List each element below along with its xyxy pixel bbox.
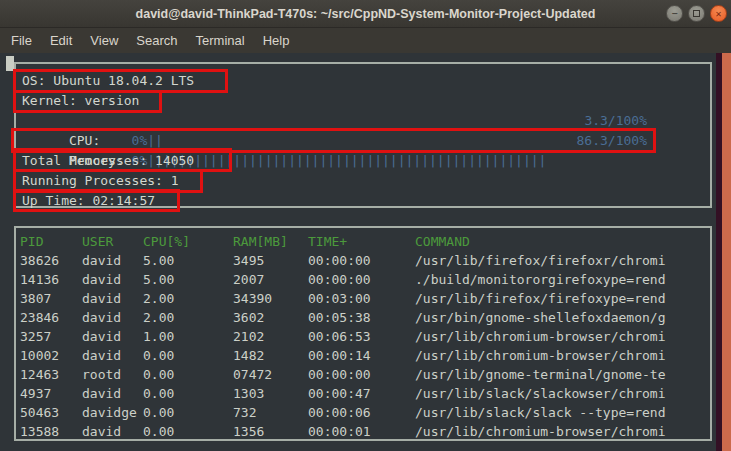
process-table: PID USER CPU[%] RAM[MB] TIME+ COMMAND 38… xyxy=(20,232,708,441)
cell-pid: 38626 xyxy=(20,251,82,270)
cell-cpu: 5.00 xyxy=(143,251,233,270)
cell-command: /usr/lib/chromium-browser/chromi xyxy=(415,422,708,441)
cell-time: 00:00:06 xyxy=(308,403,415,422)
header-pid: PID xyxy=(20,232,82,251)
minimize-button[interactable]: − xyxy=(666,5,683,22)
header-command: COMMAND xyxy=(415,232,708,251)
table-row: 3807david2.003439000:03:00/usr/lib/firef… xyxy=(20,289,708,308)
cell-ram: 3495 xyxy=(233,251,308,270)
cell-time: 00:00:47 xyxy=(308,384,415,403)
cell-cpu: 0.00 xyxy=(143,384,233,403)
cell-pid: 13588 xyxy=(20,422,82,441)
cell-user: david xyxy=(82,289,143,308)
cell-command: /usr/lib/slack/slack --type=rend xyxy=(415,403,708,422)
process-table-header: PID USER CPU[%] RAM[MB] TIME+ COMMAND xyxy=(20,232,708,251)
maximize-button[interactable] xyxy=(688,5,705,22)
cell-command: /usr/lib/firefox/firefoxr/chromi xyxy=(415,251,708,270)
cell-time: 00:00:00 xyxy=(308,251,415,270)
cell-cpu: 5.00 xyxy=(143,270,233,289)
cell-pid: 4937 xyxy=(20,384,82,403)
table-row: 14136david5.00200700:00:00./build/monito… xyxy=(20,270,708,289)
cell-time: 00:00:14 xyxy=(308,346,415,365)
cell-command: /usr/lib/slack/slackowser/chromi xyxy=(415,384,708,403)
terminal-window: david@david-ThinkPad-T470s: ~/src/CppND-… xyxy=(0,0,731,451)
cell-command: /usr/lib/firefox/firefoxype=rend xyxy=(415,289,708,308)
cell-ram: 34390 xyxy=(233,289,308,308)
cell-cpu: 0.00 xyxy=(143,422,233,441)
cell-user: rootd xyxy=(82,365,143,384)
cell-cpu: 2.00 xyxy=(143,308,233,327)
cell-pid: 12463 xyxy=(20,365,82,384)
annotation-box-kernel xyxy=(13,90,162,113)
cell-cpu: 1.00 xyxy=(143,327,233,346)
cell-ram: 1482 xyxy=(233,346,308,365)
cell-ram: 2007 xyxy=(233,270,308,289)
cell-user: davidge xyxy=(82,403,143,422)
cell-user: david xyxy=(82,270,143,289)
menu-item-file[interactable]: File xyxy=(2,33,41,48)
cell-ram: 3602 xyxy=(233,308,308,327)
header-cpu: CPU[%] xyxy=(143,232,233,251)
table-row: 38626david5.00349500:00:00/usr/lib/firef… xyxy=(20,251,708,270)
cell-user: david xyxy=(82,327,143,346)
minimize-icon: − xyxy=(671,9,677,19)
cell-pid: 3257 xyxy=(20,327,82,346)
table-row: 13588david0.00135600:00:01/usr/lib/chrom… xyxy=(20,422,708,441)
header-ram: RAM[MB] xyxy=(233,232,308,251)
cell-command: /usr/lib/chromium-browser/chromi xyxy=(415,346,708,365)
menu-item-edit[interactable]: Edit xyxy=(41,33,81,48)
cell-time: 00:00:01 xyxy=(308,422,415,441)
window-title: david@david-ThinkPad-T470s: ~/src/CppND-… xyxy=(136,7,596,21)
cell-command: /usr/bin/gnome-shellefoxdaemon/g xyxy=(415,308,708,327)
cell-user: david xyxy=(82,251,143,270)
table-row: 4937david0.00130300:00:47/usr/lib/slack/… xyxy=(20,384,708,403)
cell-time: 00:00:00 xyxy=(308,365,415,384)
cell-cpu: 0.00 xyxy=(143,346,233,365)
cell-pid: 10002 xyxy=(20,346,82,365)
menu-item-search[interactable]: Search xyxy=(127,33,186,48)
menubar: File Edit View Search Terminal Help xyxy=(0,28,731,53)
table-row: 10002david0.00148200:00:14/usr/lib/chrom… xyxy=(20,346,708,365)
close-icon: ✕ xyxy=(715,9,721,19)
cell-user: david xyxy=(82,346,143,365)
table-row: 12463rootd0.000747200:00:00/usr/lib/gnom… xyxy=(20,365,708,384)
menu-item-terminal[interactable]: Terminal xyxy=(187,33,254,48)
cell-user: david xyxy=(82,308,143,327)
close-button[interactable]: ✕ xyxy=(710,5,727,22)
maximize-icon xyxy=(693,10,700,17)
cell-pid: 50463 xyxy=(20,403,82,422)
header-time: TIME+ xyxy=(308,232,415,251)
cell-time: 00:03:00 xyxy=(308,289,415,308)
cell-command: /usr/lib/gnome-terminal/gnome-te xyxy=(415,365,708,384)
cell-user: david xyxy=(82,384,143,403)
cell-time: 00:05:38 xyxy=(308,308,415,327)
menu-item-help[interactable]: Help xyxy=(254,33,299,48)
annotation-box-up-time xyxy=(13,189,180,212)
cell-pid: 3807 xyxy=(20,289,82,308)
table-row: 3257david1.00210200:06:53/usr/lib/chromi… xyxy=(20,327,708,346)
cell-time: 00:06:53 xyxy=(308,327,415,346)
terminal-screen[interactable]: OS: Ubuntu 18.04.2 LTS Kernel: version C… xyxy=(0,53,731,451)
menu-item-view[interactable]: View xyxy=(81,33,127,48)
titlebar[interactable]: david@david-ThinkPad-T470s: ~/src/CppND-… xyxy=(0,0,731,28)
cell-cpu: 2.00 xyxy=(143,289,233,308)
cell-ram: 1356 xyxy=(233,422,308,441)
cell-ram: 732 xyxy=(233,403,308,422)
window-controls: − ✕ xyxy=(666,5,727,22)
desktop-wallpaper-orange-strip xyxy=(722,53,731,451)
cell-ram: 07472 xyxy=(233,365,308,384)
cell-pid: 14136 xyxy=(20,270,82,289)
cell-ram: 2102 xyxy=(233,327,308,346)
cell-command: /usr/lib/chromium-browser/chromi xyxy=(415,327,708,346)
cell-user: david xyxy=(82,422,143,441)
cell-pid: 23846 xyxy=(20,308,82,327)
cell-cpu: 0.00 xyxy=(143,365,233,384)
cell-time: 00:00:00 xyxy=(308,270,415,289)
cell-command: ./build/monitororgirefoxype=rend xyxy=(415,270,708,289)
table-row: 23846david2.00360200:05:38/usr/bin/gnome… xyxy=(20,308,708,327)
header-user: USER xyxy=(82,232,143,251)
cell-cpu: 0.00 xyxy=(143,403,233,422)
table-row: 50463davidge0.0073200:00:06/usr/lib/slac… xyxy=(20,403,708,422)
cell-ram: 1303 xyxy=(233,384,308,403)
